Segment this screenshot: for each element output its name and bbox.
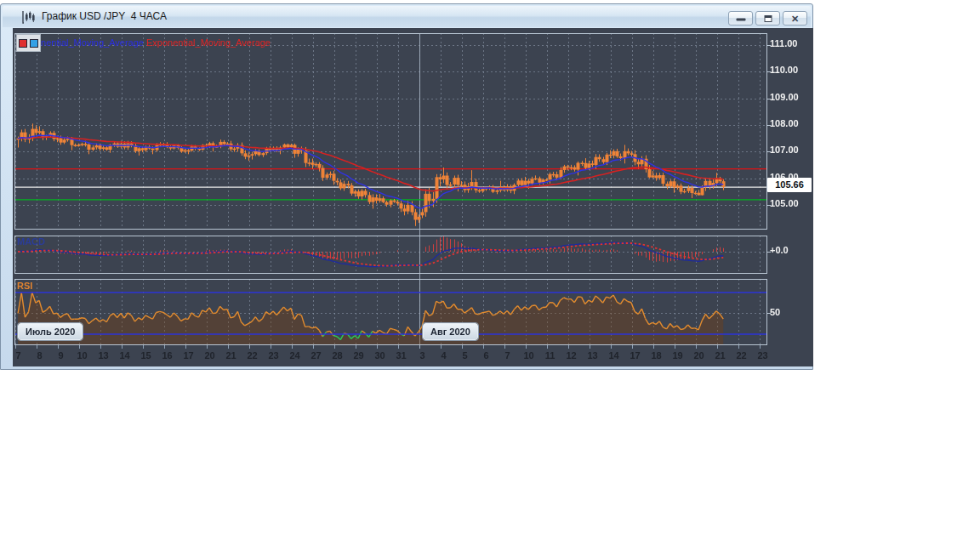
date-tick-label: 31 xyxy=(390,350,412,361)
red-color-swatch-button[interactable] xyxy=(19,39,27,48)
price-tick-label: 109.00 xyxy=(770,92,812,102)
minimize-button[interactable] xyxy=(728,11,753,26)
candlestick-chart-icon xyxy=(21,10,36,25)
blue-color-swatch-button[interactable] xyxy=(30,39,38,48)
ema-slow-legend-label: Exponential_Moving_Average xyxy=(146,37,271,48)
price-tick-label: 107.00 xyxy=(770,145,812,155)
date-tick-label: 6 xyxy=(476,350,497,361)
date-tick-label: 16 xyxy=(157,350,178,361)
date-tick-label: 7 xyxy=(497,350,518,361)
date-tick-label: 17 xyxy=(178,350,199,361)
date-tick-label: 20 xyxy=(688,350,709,361)
date-tick-label: 10 xyxy=(518,350,539,361)
rsi-axis-label: 50 xyxy=(770,307,812,317)
indicator-legend: Exponential_Moving_Average Exponential_M… xyxy=(20,37,271,48)
date-tick-label: 30 xyxy=(369,350,390,361)
price-tick-label: 105.00 xyxy=(770,198,812,208)
date-tick-label: 21 xyxy=(220,350,242,361)
date-tick-label: 11 xyxy=(539,350,561,361)
date-tick-label: 21 xyxy=(709,350,731,361)
date-tick-label: 22 xyxy=(731,350,752,361)
window-titlebar[interactable]: График USD /JPY 4 ЧАСА ✕ xyxy=(3,6,811,27)
date-tick-label: 18 xyxy=(646,350,667,361)
month-flag-august: Авг 2020 xyxy=(423,323,478,340)
date-tick-label: 13 xyxy=(582,350,603,361)
month-flag-july: Июль 2020 xyxy=(18,323,83,340)
date-tick-label: 3 xyxy=(412,350,433,361)
date-tick-label: 22 xyxy=(242,350,263,361)
date-tick-label: 20 xyxy=(199,350,220,361)
current-price-label: 105.66 xyxy=(767,178,812,192)
date-tick-label: 15 xyxy=(135,350,157,361)
macd-panel-label: MACD xyxy=(17,236,45,247)
date-tick-label: 19 xyxy=(667,350,688,361)
restore-button[interactable] xyxy=(755,11,780,26)
chart-window: График USD /JPY 4 ЧАСА ✕ Exponential_Mov… xyxy=(0,3,813,370)
date-tick-label: 5 xyxy=(454,350,476,361)
date-tick-label: 7 xyxy=(8,350,29,361)
date-tick-label: 13 xyxy=(93,350,114,361)
price-tick-label: 110.00 xyxy=(770,65,812,75)
date-tick-label: 27 xyxy=(305,350,327,361)
close-icon: ✕ xyxy=(791,14,799,23)
window-title: График USD /JPY 4 ЧАСА xyxy=(42,6,167,27)
chart-client-area: Exponential_Moving_Average Exponential_M… xyxy=(13,28,813,366)
date-tick-label: 14 xyxy=(603,350,624,361)
date-tick-label: 23 xyxy=(263,350,284,361)
date-tick-label: 29 xyxy=(348,350,369,361)
date-tick-label: 12 xyxy=(561,350,582,361)
close-button[interactable]: ✕ xyxy=(783,11,807,26)
price-tick-label: 111.00 xyxy=(770,38,812,48)
date-tick-label: 28 xyxy=(327,350,348,361)
restore-icon xyxy=(764,15,772,22)
date-tick-label: 24 xyxy=(284,350,305,361)
date-tick-label: 9 xyxy=(50,350,71,361)
date-tick-label: 8 xyxy=(29,350,50,361)
rsi-panel-label: RSI xyxy=(17,281,32,291)
date-tick-label: 10 xyxy=(71,350,93,361)
date-tick-label: 23 xyxy=(752,350,773,361)
minimize-icon xyxy=(736,18,745,20)
macd-axis-label: +0.0 xyxy=(770,245,812,255)
date-tick-label: 14 xyxy=(114,350,135,361)
date-tick-label: 17 xyxy=(624,350,646,361)
date-tick-label: 4 xyxy=(433,350,454,361)
price-chart-canvas[interactable] xyxy=(13,28,813,366)
price-tick-label: 108.00 xyxy=(770,118,812,128)
legend-color-box xyxy=(16,34,41,52)
